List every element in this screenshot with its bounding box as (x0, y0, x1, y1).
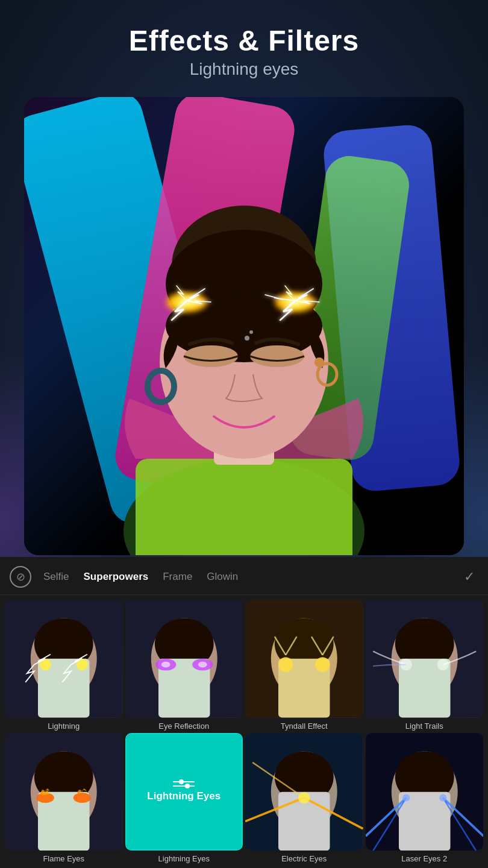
photo-preview (24, 97, 464, 555)
effect-thumb-lightning-eyes: Lightning Eyes (125, 733, 243, 851)
svg-point-13 (245, 336, 249, 341)
page-title: Effects & Filters (12, 24, 476, 57)
adjust-icon (173, 781, 195, 787)
effect-thumb-flame-eyes (5, 733, 123, 851)
lightning-effect (154, 283, 334, 331)
bottom-panel: ⊘ Selfie Superpowers Frame Glowin ✓ (0, 557, 488, 868)
effect-label-flame-eyes: Flame Eyes (43, 854, 84, 863)
effect-label-lightning-eyes: Lightning Eyes (158, 854, 210, 863)
photo-bg (24, 97, 464, 555)
effect-label-light-trails: Light Trails (405, 722, 443, 731)
effect-light-trails[interactable]: Light Trails (366, 600, 484, 731)
svg-point-67 (402, 794, 410, 801)
effects-grid: Lightning Eye Reflec (0, 595, 488, 868)
page-subtitle: Lightning eyes (12, 60, 476, 79)
effect-label-electric-eyes: Electric Eyes (281, 854, 327, 863)
svg-point-44 (437, 659, 449, 671)
effect-thumb-eye-reflection (125, 600, 243, 718)
effect-thumb-lightning (5, 600, 123, 718)
adjust-line-2 (173, 785, 195, 787)
svg-point-8 (184, 345, 238, 367)
effect-label-lightning: Lightning (48, 722, 80, 731)
svg-point-33 (278, 657, 293, 671)
effect-lightning[interactable]: Lightning (5, 600, 123, 731)
svg-point-27 (161, 662, 170, 668)
effect-thumb-electric-eyes (245, 733, 363, 851)
adjust-line-1 (173, 781, 195, 782)
header: Effects & Filters Lightning eyes (0, 0, 488, 91)
effect-tyndall[interactable]: Tyndall Effect (245, 600, 363, 731)
svg-point-12 (314, 357, 324, 367)
svg-point-34 (315, 657, 330, 671)
effect-thumb-tyndall (245, 600, 363, 718)
no-filter-button[interactable]: ⊘ (10, 566, 31, 588)
effect-thumb-light-trails (366, 600, 484, 718)
tab-selfie[interactable]: Selfie (36, 567, 77, 587)
svg-point-28 (198, 662, 207, 668)
svg-point-58 (298, 791, 310, 804)
tab-frame[interactable]: Frame (155, 567, 199, 587)
adjust-panel: Lightning Eyes (127, 734, 242, 850)
svg-point-50 (74, 792, 91, 802)
svg-point-9 (250, 345, 304, 367)
effect-eye-reflection[interactable]: Eye Reflection (125, 600, 243, 731)
adjust-label: Lightning Eyes (147, 790, 221, 802)
effect-label-eye-reflection: Eye Reflection (158, 722, 209, 731)
effect-thumb-laser-eyes-2 (366, 733, 484, 851)
effect-laser-eyes-2[interactable]: Laser Eyes 2 (366, 733, 484, 864)
svg-rect-1 (136, 459, 352, 555)
effect-lightning-eyes[interactable]: Lightning Eyes Lightning Eyes (125, 733, 243, 864)
tab-superpowers[interactable]: Superpowers (77, 567, 156, 587)
lightning-svg (154, 283, 334, 331)
svg-point-68 (439, 794, 446, 801)
effect-label-tyndall: Tyndall Effect (281, 722, 328, 731)
effect-flame-eyes[interactable]: Flame Eyes (5, 733, 123, 864)
tab-checkmark[interactable]: ✓ (460, 565, 478, 588)
effect-label-laser-eyes-2: Laser Eyes 2 (401, 854, 447, 863)
tab-bar: ⊘ Selfie Superpowers Frame Glowin ✓ (0, 557, 488, 595)
tab-glowin[interactable]: Glowin (199, 567, 245, 587)
effect-electric-eyes[interactable]: Electric Eyes (245, 733, 363, 864)
